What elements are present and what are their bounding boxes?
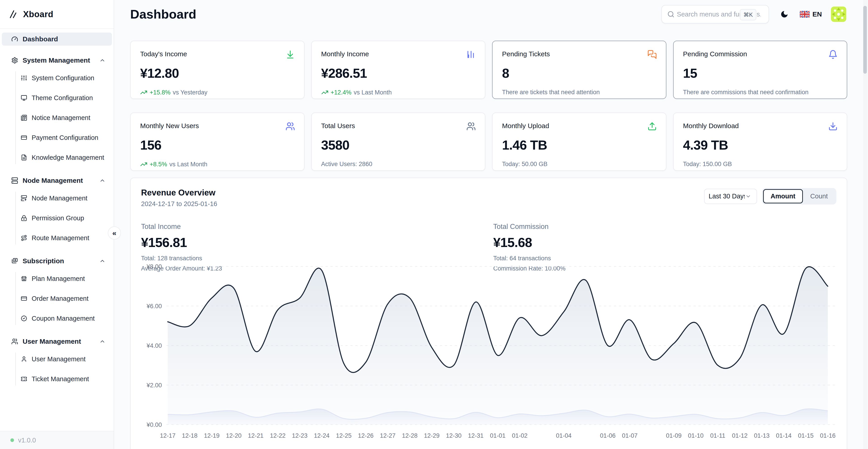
card-pending-tickets[interactable]: Pending Tickets 8 There are tickets that… xyxy=(492,41,666,99)
svg-text:12-31: 12-31 xyxy=(468,432,484,439)
download-icon xyxy=(828,122,838,131)
scrollbar[interactable] xyxy=(863,0,868,449)
count-toggle-button[interactable]: Count xyxy=(803,189,835,203)
card-todays-income[interactable]: Today's Income ¥12.80 +15.8% vs Yesterda… xyxy=(130,41,305,99)
date-range-select[interactable]: Last 30 Days xyxy=(704,189,757,204)
monitor-icon xyxy=(21,95,27,101)
users-icon xyxy=(285,122,295,131)
main-area: Dashboard ⌘K EN Today's Income ¥12.80 xyxy=(115,0,868,449)
total-income-label: Total Income xyxy=(141,223,493,231)
svg-text:01-14: 01-14 xyxy=(776,432,792,439)
sidebar-item-label: Order Management xyxy=(32,295,88,302)
card-title: Pending Tickets xyxy=(502,50,656,58)
view-toggle-group: Amount Count xyxy=(762,188,836,204)
language-switcher[interactable]: EN xyxy=(800,10,822,18)
sidebar-item-knowledge-management[interactable]: Knowledge Management xyxy=(21,151,112,164)
bell-icon xyxy=(828,50,838,59)
sidebar-item-system-configuration[interactable]: System Configuration xyxy=(21,71,112,85)
search-box[interactable]: ⌘K xyxy=(661,5,769,24)
sidebar-item-dashboard[interactable]: Dashboard xyxy=(2,33,112,46)
card-title: Monthly Download xyxy=(683,122,837,130)
moon-icon xyxy=(780,10,789,19)
scrollbar-thumb[interactable] xyxy=(863,6,867,74)
section-header-system-management[interactable]: System Management xyxy=(2,54,112,67)
trend-value: +12.4% xyxy=(331,89,351,96)
svg-text:12-27: 12-27 xyxy=(380,432,396,439)
upload-icon xyxy=(647,122,657,131)
gauge-icon xyxy=(11,36,18,42)
svg-text:01-12: 01-12 xyxy=(732,432,747,439)
avatar[interactable] xyxy=(831,6,846,22)
total-commission-label: Total Commission xyxy=(493,223,565,231)
sidebar-item-order-management[interactable]: Order Management xyxy=(21,292,112,305)
card-note: Today: 150.00 GB xyxy=(683,161,732,168)
sidebar-item-ticket-management[interactable]: Ticket Management xyxy=(21,373,112,385)
svg-text:01-07: 01-07 xyxy=(622,432,638,439)
card-monthly-new-users[interactable]: Monthly New Users 156 +8.5% vs Last Mont… xyxy=(130,113,305,171)
svg-text:01-11: 01-11 xyxy=(710,432,725,439)
total-income-value: ¥156.81 xyxy=(141,235,493,250)
section-header-node-management[interactable]: Node Management xyxy=(2,174,112,187)
sidebar-item-user-management[interactable]: User Management xyxy=(21,353,112,365)
card-total-users[interactable]: Total Users 3580 Active Users: 2860 xyxy=(311,113,486,171)
page-title: Dashboard xyxy=(130,7,196,22)
sidebar-item-coupon-management[interactable]: Coupon Management xyxy=(21,312,112,325)
wallet-cards-icon xyxy=(11,258,18,264)
amount-toggle-button[interactable]: Amount xyxy=(763,189,803,203)
section-label: Subscription xyxy=(23,257,64,265)
svg-text:01-06: 01-06 xyxy=(600,432,616,439)
sidebar-item-permission-group[interactable]: Permission Group xyxy=(21,212,112,225)
sidebar-section-system-management: System Management System Configuration T… xyxy=(2,54,112,164)
svg-text:12-20: 12-20 xyxy=(226,432,241,439)
svg-text:¥2.00: ¥2.00 xyxy=(146,382,162,389)
theme-toggle-button[interactable] xyxy=(778,8,791,21)
sidebar-item-label: Payment Configuration xyxy=(32,134,98,141)
sidebar-section-node-management: Node Management Node Management Permissi… xyxy=(2,174,112,245)
sidebar-item-payment-configuration[interactable]: Payment Configuration xyxy=(21,131,112,144)
revenue-chart: ¥0.00¥2.00¥4.00¥6.00¥8.0012-1712-1812-19… xyxy=(136,258,846,441)
trending-up-icon xyxy=(321,89,329,96)
sidebar-footer: v1.0.0 xyxy=(0,431,114,449)
card-monthly-download[interactable]: Monthly Download 4.39 TB Today: 150.00 G… xyxy=(673,113,847,171)
svg-text:¥0.00: ¥0.00 xyxy=(146,421,162,428)
sidebar-item-label: Route Management xyxy=(32,234,89,242)
revenue-date-range: 2024-12-17 to 2025-01-16 xyxy=(141,200,217,208)
sidebar-collapse-button[interactable]: « xyxy=(108,226,121,239)
svg-text:¥8.00: ¥8.00 xyxy=(146,263,162,270)
trending-up-icon xyxy=(140,161,147,168)
bar-chart-icon xyxy=(466,50,476,59)
svg-text:¥6.00: ¥6.00 xyxy=(146,303,162,310)
version-label: v1.0.0 xyxy=(18,437,36,444)
section-header-user-management[interactable]: User Management xyxy=(2,335,112,348)
svg-text:01-04: 01-04 xyxy=(556,432,571,439)
card-value: 15 xyxy=(683,66,837,81)
svg-text:12-23: 12-23 xyxy=(292,432,307,439)
svg-text:01-02: 01-02 xyxy=(512,432,528,439)
sidebar-item-label: Node Management xyxy=(32,195,88,202)
sidebar-item-notice-management[interactable]: Notice Management xyxy=(21,111,112,124)
card-note: Today: 50.00 GB xyxy=(502,161,548,168)
sidebar-item-plan-management[interactable]: Plan Management xyxy=(21,272,112,285)
card-title: Today's Income xyxy=(140,50,294,58)
sidebar-item-label: Knowledge Management xyxy=(32,154,104,161)
section-header-subscription[interactable]: Subscription xyxy=(2,254,112,267)
sidebar-item-theme-configuration[interactable]: Theme Configuration xyxy=(21,91,112,104)
trend-note: vs Last Month xyxy=(354,89,392,96)
svg-text:01-15: 01-15 xyxy=(798,432,813,439)
card-monthly-upload[interactable]: Monthly Upload 1.46 TB Today: 50.00 GB xyxy=(492,113,666,171)
sidebar-item-route-management[interactable]: Route Management xyxy=(21,231,112,245)
badge-check-icon xyxy=(21,315,27,322)
language-code: EN xyxy=(812,10,822,18)
svg-text:12-28: 12-28 xyxy=(402,432,417,439)
lock-icon xyxy=(21,215,27,221)
keyboard-shortcut-badge: ⌘K xyxy=(740,9,756,20)
sidebar-item-node-management[interactable]: Node Management xyxy=(21,192,112,205)
svg-text:12-29: 12-29 xyxy=(424,432,439,439)
status-dot xyxy=(10,438,14,442)
sidebar-item-label: System Configuration xyxy=(32,74,94,82)
section-label: Node Management xyxy=(23,177,83,184)
card-note: There are commissions that need confirma… xyxy=(683,89,809,96)
card-monthly-income[interactable]: Monthly Income ¥286.51 +12.4% vs Last Mo… xyxy=(311,41,486,99)
sidebar-item-label: Theme Configuration xyxy=(32,94,93,102)
card-pending-commission[interactable]: Pending Commission 15 There are commissi… xyxy=(673,41,847,99)
